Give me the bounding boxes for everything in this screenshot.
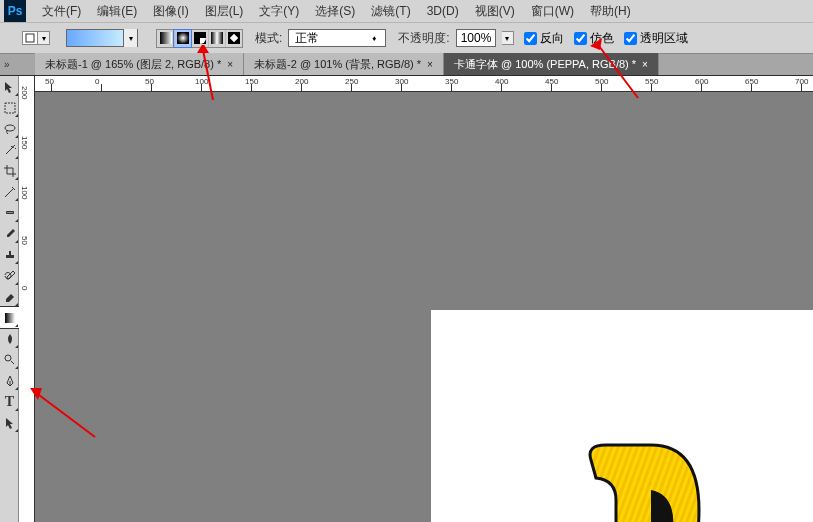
close-icon[interactable]: ×: [642, 59, 648, 70]
svg-point-15: [5, 355, 11, 361]
move-tool[interactable]: [0, 76, 19, 97]
svg-rect-0: [26, 34, 34, 42]
crop-tool[interactable]: [0, 160, 19, 181]
menu-window[interactable]: 窗口(W): [523, 3, 582, 20]
gradient-tool[interactable]: [0, 307, 19, 328]
healing-tool[interactable]: [0, 202, 19, 223]
mode-value: 正常: [295, 30, 319, 47]
transparency-checkbox[interactable]: 透明区域: [624, 30, 688, 47]
reverse-checkbox[interactable]: 反向: [524, 30, 564, 47]
gradient-editor[interactable]: ▾: [66, 29, 138, 47]
type-tool[interactable]: T: [0, 391, 19, 412]
svg-point-9: [12, 146, 14, 148]
document-tab-2[interactable]: 未标题-2 @ 101% (背景, RGB/8) * ×: [244, 53, 444, 75]
menu-edit[interactable]: 编辑(E): [89, 3, 145, 20]
opacity-value: 100%: [461, 31, 492, 45]
mode-select[interactable]: 正常 ♦: [288, 29, 386, 47]
app-logo: Ps: [4, 0, 26, 22]
document-tab-3[interactable]: 卡通字体 @ 100% (PEPPA, RGB/8) * ×: [444, 53, 659, 75]
pen-tool[interactable]: [0, 370, 19, 391]
tab-label: 未标题-1 @ 165% (图层 2, RGB/8) *: [45, 57, 221, 72]
history-brush-tool[interactable]: [0, 265, 19, 286]
eraser-tool[interactable]: [0, 286, 19, 307]
tab-label: 未标题-2 @ 101% (背景, RGB/8) *: [254, 57, 421, 72]
svg-point-11: [7, 211, 8, 212]
stamp-tool[interactable]: [0, 244, 19, 265]
gradient-linear-button[interactable]: [157, 30, 174, 47]
content-shape: [581, 440, 701, 522]
gradient-reflected-button[interactable]: [208, 30, 225, 47]
menu-image[interactable]: 图像(I): [145, 3, 196, 20]
document[interactable]: Ba jingyan. u.: [431, 310, 813, 522]
menu-view[interactable]: 视图(V): [467, 3, 523, 20]
menu-select[interactable]: 选择(S): [307, 3, 363, 20]
menu-filter[interactable]: 滤镜(T): [363, 3, 418, 20]
mode-label: 模式:: [255, 30, 282, 47]
tool-preset-icon[interactable]: [22, 31, 38, 45]
menu-type[interactable]: 文字(Y): [251, 3, 307, 20]
horizontal-ruler[interactable]: 5005010015020025030035040045050055060065…: [35, 76, 813, 92]
svg-rect-14: [5, 313, 15, 323]
svg-rect-1: [160, 32, 172, 44]
opacity-dropdown[interactable]: ▾: [502, 31, 514, 45]
close-icon[interactable]: ×: [227, 59, 233, 70]
menu-help[interactable]: 帮助(H): [582, 3, 639, 20]
collapse-toolbox-icon[interactable]: »: [4, 59, 10, 70]
dither-checkbox[interactable]: 仿色: [574, 30, 614, 47]
gradient-diamond-button[interactable]: [225, 30, 242, 47]
tab-label: 卡通字体 @ 100% (PEPPA, RGB/8) *: [454, 57, 636, 72]
vertical-ruler[interactable]: 200150100500: [19, 76, 35, 522]
gradient-type-group: [156, 29, 243, 48]
menu-layer[interactable]: 图层(L): [197, 3, 252, 20]
svg-rect-7: [5, 103, 15, 113]
opacity-input[interactable]: 100%: [456, 29, 496, 47]
document-tab-1[interactable]: 未标题-1 @ 165% (图层 2, RGB/8) * ×: [35, 53, 244, 75]
lasso-tool[interactable]: [0, 118, 19, 139]
path-selection-tool[interactable]: [0, 412, 19, 433]
magic-wand-tool[interactable]: [0, 139, 19, 160]
gradient-radial-button[interactable]: [174, 30, 191, 47]
gradient-angle-button[interactable]: [191, 30, 208, 47]
svg-rect-4: [211, 32, 223, 44]
marquee-tool[interactable]: [0, 97, 19, 118]
dodge-tool[interactable]: [0, 349, 19, 370]
eyedropper-tool[interactable]: [0, 181, 19, 202]
blur-tool[interactable]: [0, 328, 19, 349]
tool-preset-dropdown[interactable]: ▾: [38, 31, 50, 45]
close-icon[interactable]: ×: [427, 59, 433, 70]
brush-tool[interactable]: [0, 223, 19, 244]
canvas[interactable]: Ba jingyan. u.: [35, 92, 813, 522]
svg-rect-2: [177, 32, 189, 44]
opacity-label: 不透明度:: [398, 30, 449, 47]
menu-file[interactable]: 文件(F): [34, 3, 89, 20]
svg-point-13: [11, 211, 12, 212]
svg-point-12: [9, 211, 10, 212]
menu-3d[interactable]: 3D(D): [419, 4, 467, 18]
gradient-dropdown[interactable]: ▾: [123, 29, 137, 47]
